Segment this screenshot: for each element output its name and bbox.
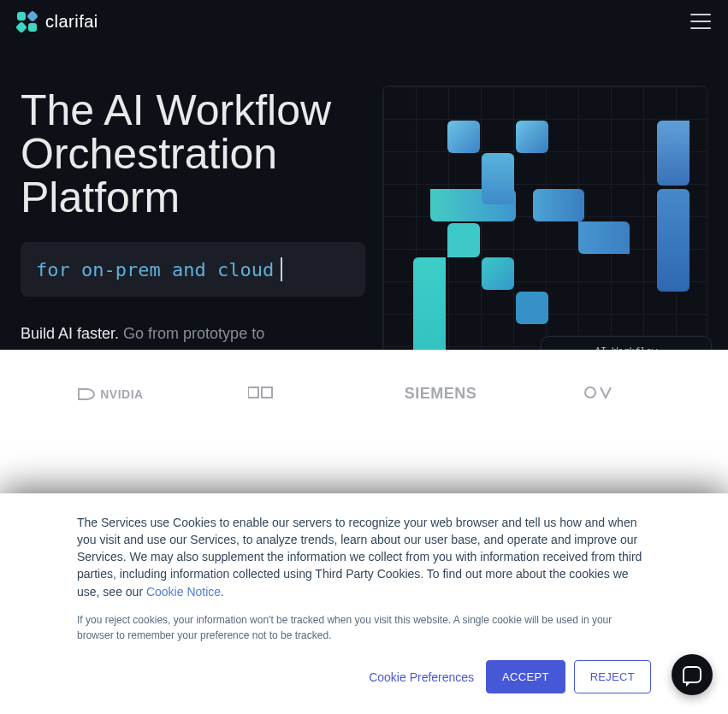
- cookie-reject-note: If you reject cookies, your information …: [77, 612, 624, 643]
- chat-launcher-button[interactable]: [672, 654, 713, 695]
- typing-cursor-icon: [281, 257, 282, 281]
- client-logo-siemens: SIEMENS: [405, 385, 477, 403]
- cookie-period: .: [221, 585, 224, 599]
- nvidia-label: NVIDIA: [100, 387, 143, 401]
- cookie-main-text: The Services use Cookies to enable our s…: [77, 514, 651, 600]
- hero-title: The AI Workflow Orchestration Platform: [21, 89, 365, 220]
- nvidia-eye-icon: [78, 388, 95, 400]
- client-logos-row: NVIDIA SIEMENS: [0, 382, 728, 405]
- cookie-banner: The Services use Cookies to enable our s…: [0, 493, 728, 714]
- menu-toggle-button[interactable]: [690, 14, 711, 29]
- cookie-preferences-link[interactable]: Cookie Preferences: [369, 670, 474, 684]
- svg-rect-0: [248, 387, 258, 398]
- hero-subtext-strong: Build AI faster.: [21, 325, 119, 342]
- chat-bubble-icon: [683, 666, 701, 683]
- svg-point-2: [585, 387, 595, 398]
- client-logo-placeholder: [248, 382, 299, 405]
- hero-code-text: for on-prem and cloud: [36, 259, 274, 280]
- brand-name: clarifai: [45, 12, 98, 32]
- cookie-actions: Cookie Preferences ACCEPT REJECT: [77, 660, 651, 693]
- svg-rect-1: [262, 387, 272, 398]
- logo-mark-icon: [17, 12, 37, 32]
- cookie-reject-button[interactable]: REJECT: [574, 660, 651, 693]
- client-logo-placeholder: [582, 382, 650, 405]
- cookie-notice-link[interactable]: Cookie Notice: [146, 585, 221, 599]
- hero-code-panel: for on-prem and cloud: [21, 242, 365, 297]
- cookie-accept-button[interactable]: ACCEPT: [486, 660, 565, 693]
- brand-logo[interactable]: clarifai: [17, 12, 98, 32]
- client-logo-nvidia: NVIDIA: [78, 387, 143, 401]
- site-header: clarifai: [0, 0, 728, 43]
